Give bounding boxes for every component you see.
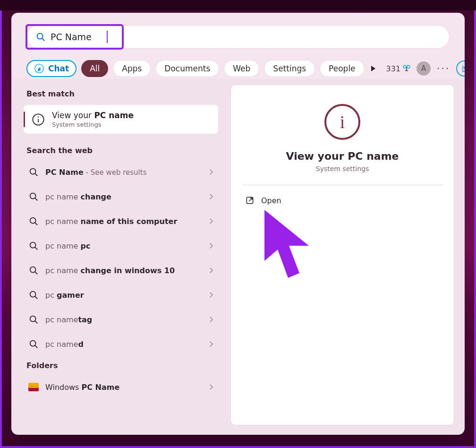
web-result-label: pc name change in windows 10 (45, 266, 200, 275)
chevron-right-icon (207, 266, 215, 275)
avatar[interactable]: A (416, 61, 431, 76)
chat-chip-label: Chat (48, 64, 69, 73)
details-panel: i View your PC name System settings Open (230, 85, 454, 425)
svg-line-13 (35, 223, 37, 225)
settings-chip[interactable]: Settings (264, 60, 315, 77)
svg-point-10 (30, 193, 36, 199)
web-result-label: pc named (45, 340, 200, 349)
search-icon (28, 290, 39, 300)
details-subtitle: System settings (316, 165, 369, 172)
web-result-row[interactable]: pc name pc (22, 233, 220, 258)
chat-chip[interactable]: Chat (26, 60, 76, 77)
svg-point-6 (38, 116, 39, 117)
svg-point-3 (403, 65, 406, 68)
apps-chip-label: Apps (122, 64, 142, 73)
rewards-count[interactable]: 331 (386, 64, 411, 73)
svg-line-1 (42, 38, 44, 41)
bing-button[interactable] (456, 60, 465, 77)
svg-point-20 (30, 316, 36, 322)
folder-icon (28, 383, 39, 391)
web-result-row[interactable]: pc name change in windows 10 (22, 258, 220, 283)
all-chip[interactable]: All (81, 60, 108, 77)
rewards-icon (402, 64, 411, 73)
web-result-row[interactable]: pc name change (22, 184, 220, 209)
people-chip[interactable]: People (320, 60, 364, 77)
bing-chat-icon (34, 63, 44, 74)
svg-line-19 (35, 296, 37, 299)
search-icon (35, 32, 46, 42)
header-status: 331 A ··· (386, 60, 465, 77)
web-result-label: pc name change (45, 192, 200, 201)
web-result-row[interactable]: pc named (22, 332, 220, 356)
search-icon (28, 167, 39, 177)
filter-chips: Chat All Apps Documents Web Settings Peo… (26, 58, 450, 79)
search-pane: Chat All Apps Documents Web Settings Peo… (11, 13, 465, 435)
web-result-row[interactable]: pc gamer (22, 283, 220, 307)
search-web-heading: Search the web (22, 141, 220, 160)
open-action[interactable]: Open (242, 191, 442, 210)
folders-heading: Folders (22, 356, 220, 375)
search-input[interactable] (51, 32, 441, 42)
all-chip-label: All (90, 64, 100, 73)
rewards-count-number: 331 (386, 64, 401, 73)
svg-point-18 (30, 292, 36, 297)
web-chip-label: Web (233, 64, 250, 73)
search-field-container[interactable] (26, 25, 450, 49)
svg-point-0 (37, 34, 43, 39)
bing-icon (460, 64, 465, 73)
folder-row[interactable]: Windows PC Name (22, 375, 220, 399)
svg-point-14 (30, 242, 36, 248)
search-icon (28, 265, 39, 276)
svg-line-21 (35, 321, 37, 323)
chevron-right-icon (207, 315, 215, 324)
divider (242, 185, 442, 185)
best-match-title: View your PC name (52, 111, 134, 120)
info-icon (30, 112, 46, 128)
svg-point-4 (407, 65, 410, 68)
chevron-right-icon (207, 168, 215, 176)
more-filters-button[interactable] (369, 60, 377, 77)
web-results-list: PC Name - See web resultspc name changep… (22, 160, 220, 356)
web-result-label: pc name name of this computer (45, 217, 200, 226)
play-icon (369, 65, 377, 72)
svg-line-17 (35, 272, 37, 274)
chevron-right-icon (207, 383, 215, 391)
best-match-text: View your PC name System settings (52, 111, 134, 128)
svg-line-11 (35, 198, 37, 200)
search-icon (28, 241, 39, 251)
search-icon (28, 339, 39, 349)
search-icon (28, 216, 39, 226)
web-result-row[interactable]: pc nametag (22, 307, 220, 332)
settings-chip-label: Settings (273, 64, 306, 73)
web-result-row[interactable]: pc name name of this computer (22, 209, 220, 233)
search-icon (28, 314, 39, 325)
svg-point-8 (30, 169, 36, 174)
more-button[interactable]: ··· (436, 63, 450, 74)
documents-chip[interactable]: Documents (155, 60, 219, 77)
chevron-right-icon (207, 192, 215, 201)
apps-chip[interactable]: Apps (113, 60, 151, 77)
svg-line-15 (35, 247, 37, 250)
svg-line-23 (35, 345, 37, 348)
svg-point-22 (30, 341, 36, 346)
svg-point-16 (30, 267, 36, 273)
chevron-right-icon (207, 340, 215, 348)
search-icon (28, 191, 39, 202)
open-external-icon (245, 196, 255, 205)
web-chip[interactable]: Web (224, 60, 259, 77)
web-result-label: pc gamer (45, 291, 200, 300)
web-result-label: PC Name - See web results (45, 168, 200, 177)
svg-line-9 (35, 173, 37, 176)
best-match-row[interactable]: View your PC name System settings (24, 105, 218, 134)
web-result-label: pc nametag (45, 315, 200, 324)
details-info-icon: i (324, 104, 360, 140)
best-match-heading: Best match (22, 85, 220, 103)
svg-point-12 (30, 218, 36, 224)
people-chip-label: People (329, 64, 355, 73)
chevron-right-icon (207, 241, 215, 250)
results-body: Best match View your PC name System sett… (22, 85, 454, 425)
folder-label: Windows PC Name (45, 383, 200, 392)
chevron-right-icon (207, 217, 215, 225)
open-action-label: Open (261, 196, 281, 205)
web-result-row[interactable]: PC Name - See web results (22, 160, 220, 184)
